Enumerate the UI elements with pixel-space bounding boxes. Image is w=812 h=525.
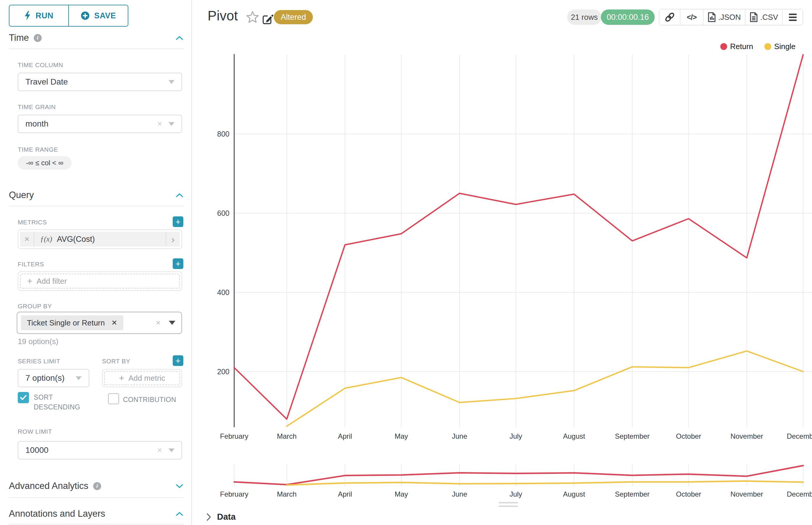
series-limit-value: 7 option(s)	[26, 373, 76, 383]
svg-text:August: August	[563, 432, 585, 440]
svg-text:October: October	[676, 432, 701, 440]
svg-text:April: April	[338, 490, 352, 498]
group-by-chip-label: Ticket Single or Return	[27, 318, 105, 328]
chevron-right-icon	[206, 513, 211, 521]
section-header-time[interactable]: Time i	[9, 31, 183, 45]
time-column-label: TIME COLUMN	[18, 61, 63, 69]
run-button[interactable]: RUN	[10, 5, 68, 26]
add-filter-button[interactable]: +	[173, 258, 183, 269]
chart-actions-toolbar: </> .JSON .CSV	[659, 9, 803, 26]
svg-text:400: 400	[217, 288, 230, 297]
series-limit-select[interactable]: 7 option(s)	[18, 369, 89, 387]
favorite-star-icon[interactable]	[246, 11, 259, 25]
svg-text:600: 600	[217, 209, 230, 217]
share-link-button[interactable]	[660, 10, 680, 25]
export-csv-button[interactable]: .CSV	[745, 10, 782, 25]
chart-title: Pivot	[208, 8, 238, 24]
time-column-select[interactable]: Travel Date	[18, 73, 182, 91]
series-limit-label: SERIES LIMIT	[18, 358, 60, 365]
divider	[9, 524, 183, 524]
divider	[9, 497, 183, 498]
remove-chip-icon[interactable]: ✕	[111, 319, 117, 327]
time-column-value: Travel Date	[26, 77, 168, 87]
data-panel-toggle[interactable]: Data	[206, 512, 236, 522]
time-grain-select[interactable]: month ×	[18, 115, 182, 133]
row-limit-select[interactable]: 10000 ×	[18, 441, 182, 460]
chevron-down-icon[interactable]	[176, 484, 183, 488]
metric-value: AVG(Cost)	[57, 235, 95, 244]
sort-by-container: + Add metric	[102, 369, 182, 387]
check-icon	[20, 394, 27, 401]
export-json-label: .JSON	[718, 13, 741, 22]
clear-icon[interactable]: ×	[156, 318, 161, 328]
remove-metric-icon[interactable]: ×	[20, 232, 34, 246]
line-chart[interactable]: 200400600800FebruaryFebruaryMarchMarchAp…	[192, 32, 812, 525]
group-by-select[interactable]: Ticket Single or Return ✕ ×	[17, 312, 182, 334]
add-sort-metric-button[interactable]: +	[173, 355, 183, 366]
run-button-label: RUN	[35, 11, 53, 20]
export-json-button[interactable]: .JSON	[703, 10, 745, 25]
add-filter-dropzone[interactable]: + Add filter	[20, 274, 180, 288]
row-count-badge: 21 rows	[567, 10, 602, 25]
altered-badge[interactable]: Altered	[274, 10, 313, 24]
plus-circle-icon	[81, 11, 90, 20]
chevron-right-icon[interactable]: ›	[166, 232, 180, 246]
json-file-icon	[708, 12, 716, 22]
embed-code-button[interactable]: </>	[680, 10, 703, 25]
svg-text:November: November	[730, 490, 763, 498]
hamburger-menu-icon	[789, 14, 797, 21]
advanced-analytics-title: Advanced Analytics	[9, 481, 88, 491]
svg-text:800: 800	[217, 130, 230, 138]
query-timer-badge: 00:00:00.16	[601, 10, 655, 25]
sort-descending-checkbox[interactable]	[18, 392, 29, 403]
control-panel-sidebar: RUN SAVE Time i TIME COLUMN Travel Date …	[0, 0, 192, 525]
contribution-label[interactable]: CONTRIBUTION	[123, 395, 176, 405]
time-grain-value: month	[26, 119, 157, 129]
clear-icon[interactable]: ×	[157, 119, 162, 129]
save-button-label: SAVE	[94, 11, 116, 20]
svg-text:November: November	[730, 432, 763, 440]
section-header-query[interactable]: Query	[9, 188, 183, 202]
chevron-up-icon[interactable]	[176, 36, 183, 40]
time-grain-label: TIME GRAIN	[18, 103, 56, 110]
time-range-label: TIME RANGE	[18, 146, 58, 153]
data-panel-label: Data	[217, 512, 236, 522]
query-section-title: Query	[9, 190, 34, 200]
time-range-pill[interactable]: -∞ ≤ col < ∞	[18, 156, 72, 170]
svg-text:December: December	[787, 490, 812, 498]
superset-explore-view: RUN SAVE Time i TIME COLUMN Travel Date …	[0, 0, 812, 525]
section-header-advanced-analytics[interactable]: Advanced Analytics i	[9, 479, 183, 493]
info-icon: i	[93, 482, 101, 490]
resize-drag-handle[interactable]	[499, 502, 518, 509]
svg-text:December: December	[787, 432, 812, 440]
section-header-annotations[interactable]: Annotations and Layers	[9, 507, 183, 521]
svg-text:March: March	[277, 490, 297, 498]
chevron-down-icon	[76, 376, 82, 380]
svg-text:April: April	[338, 432, 352, 440]
chevron-up-icon[interactable]	[176, 512, 183, 516]
plus-icon: +	[27, 276, 32, 286]
clear-icon[interactable]: ×	[157, 446, 162, 455]
contribution-checkbox[interactable]	[108, 393, 119, 404]
metric-chip[interactable]: × ƒ(x) AVG(Cost) ›	[20, 232, 180, 246]
add-metric-button[interactable]: +	[173, 216, 183, 227]
svg-text:October: October	[676, 490, 701, 498]
add-filter-placeholder: Add filter	[37, 277, 67, 286]
save-button[interactable]: SAVE	[68, 5, 128, 26]
chevron-up-icon[interactable]	[176, 193, 183, 197]
lightning-bolt-icon	[24, 11, 31, 20]
group-by-chip: Ticket Single or Return ✕	[21, 315, 123, 330]
more-options-button[interactable]	[782, 10, 802, 25]
sort-descending-label[interactable]: SORT DESCENDING	[34, 393, 90, 412]
csv-file-icon	[750, 12, 758, 22]
add-metric-placeholder: Add metric	[128, 374, 165, 383]
code-icon: </>	[686, 13, 696, 21]
filters-container: + Add filter	[18, 271, 182, 291]
time-section-title: Time	[9, 32, 29, 43]
svg-text:200: 200	[217, 368, 230, 376]
chevron-down-icon	[169, 321, 175, 325]
edit-properties-icon[interactable]	[262, 13, 274, 26]
row-limit-value: 10000	[26, 446, 157, 455]
add-sort-metric-dropzone[interactable]: + Add metric	[104, 371, 180, 385]
svg-text:August: August	[563, 490, 585, 498]
